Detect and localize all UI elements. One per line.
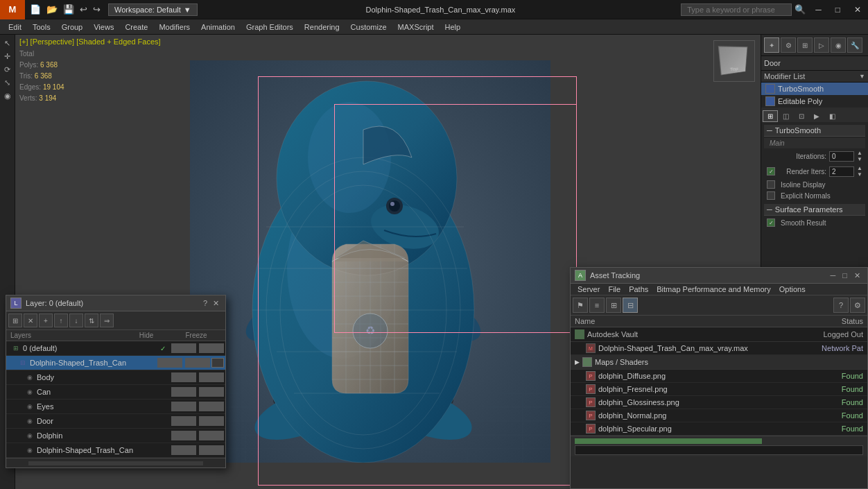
asset-group-maps[interactable]: ▶ Maps / Shaders bbox=[571, 355, 867, 370]
layer-freeze-default[interactable] bbox=[199, 343, 224, 353]
layer-tb-icon1[interactable]: ⊞ bbox=[8, 314, 22, 327]
asset-row-vault[interactable]: Autodesk Vault Logged Out bbox=[571, 327, 867, 342]
layer-row-dolphin[interactable]: ◉ Dolphin bbox=[6, 429, 225, 443]
tab-main[interactable]: ⊞ bbox=[763, 110, 778, 122]
surface-section-header[interactable]: ─ Surface Parameters bbox=[764, 204, 865, 216]
layer-row-default[interactable]: ⊞ 0 (default) ✓ bbox=[6, 341, 225, 356]
section-header-turbosmooth[interactable]: ─ TurboSmooth bbox=[764, 125, 865, 137]
layer-hide-body[interactable] bbox=[171, 372, 196, 382]
layer-hide-dolphin[interactable] bbox=[171, 431, 196, 440]
asset-panel-close[interactable]: ✕ bbox=[851, 271, 863, 281]
object-name[interactable]: Door bbox=[761, 56, 868, 71]
layer-panel-help[interactable]: ? bbox=[201, 298, 209, 309]
minimize-button[interactable]: ─ bbox=[808, 2, 828, 17]
layer-box-dolphin-trash[interactable] bbox=[211, 358, 224, 368]
layer-hide-can[interactable] bbox=[171, 387, 196, 397]
layer-row-body[interactable]: ◉ Body bbox=[6, 370, 225, 385]
layer-hide-dolphin-trash[interactable] bbox=[157, 358, 182, 368]
render-iters-spinner[interactable]: ▲▼ bbox=[857, 165, 862, 178]
layer-hide-door[interactable] bbox=[171, 416, 196, 426]
smooth-result-checkbox[interactable]: ✓ bbox=[767, 218, 775, 227]
menu-graph-editors[interactable]: Graph Editors bbox=[241, 22, 299, 33]
isoline-checkbox[interactable] bbox=[767, 180, 775, 189]
lt-scale[interactable]: ⤡ bbox=[3, 77, 12, 89]
layer-freeze-can[interactable] bbox=[199, 387, 224, 397]
iterations-input[interactable] bbox=[829, 151, 854, 162]
asset-row-specular[interactable]: P dolphin_Specular.png Found bbox=[571, 422, 867, 436]
asset-menu-paths[interactable]: Paths bbox=[625, 284, 652, 295]
menu-create[interactable]: Create bbox=[119, 22, 153, 33]
search-input[interactable] bbox=[681, 3, 792, 16]
panel-icon-create[interactable]: ✦ bbox=[764, 37, 779, 53]
tab-icon3[interactable]: ⊡ bbox=[794, 110, 809, 122]
layer-freeze-dolphin[interactable] bbox=[199, 431, 224, 440]
layer-hide-default[interactable] bbox=[171, 343, 196, 353]
modifier-editablepoly[interactable]: Editable Poly bbox=[761, 95, 868, 108]
asset-row-fresnel[interactable]: P dolphin_Fresnel.png Found bbox=[571, 383, 867, 396]
asset-panel-minimize[interactable]: ─ bbox=[828, 271, 839, 281]
menu-modifiers[interactable]: Modifiers bbox=[153, 22, 196, 33]
panel-icon-motion[interactable]: ▷ bbox=[814, 37, 829, 53]
layer-tb-icon4[interactable]: ↑ bbox=[54, 314, 68, 327]
undo-icon[interactable]: ↩ bbox=[78, 3, 89, 16]
redo-icon[interactable]: ↪ bbox=[91, 3, 103, 16]
tab-icon2[interactable]: ◫ bbox=[778, 110, 794, 122]
asset-tb-highlight[interactable]: ⚑ bbox=[573, 298, 588, 313]
menu-rendering[interactable]: Rendering bbox=[299, 22, 345, 33]
menu-tools[interactable]: Tools bbox=[27, 22, 56, 33]
layer-freeze-door[interactable] bbox=[199, 416, 224, 426]
layer-freeze-body[interactable] bbox=[199, 372, 224, 382]
asset-menu-bitmap[interactable]: Bitmap Performance and Memory bbox=[652, 284, 774, 295]
layer-freeze-dolphin-trash2[interactable] bbox=[199, 445, 224, 455]
menu-maxscript[interactable]: MAXScript bbox=[392, 22, 440, 33]
navigation-cube[interactable]: Top bbox=[713, 40, 755, 82]
asset-row-diffuse[interactable]: P dolphin_Diffuse.png Found bbox=[571, 370, 867, 383]
asset-tb-details[interactable]: ⊟ bbox=[623, 298, 638, 313]
tab-icon4[interactable]: ▶ bbox=[809, 110, 824, 122]
modifier-list-dropdown-icon[interactable]: ▼ bbox=[859, 73, 865, 80]
new-icon[interactable]: 📄 bbox=[28, 3, 43, 16]
explicit-checkbox[interactable] bbox=[767, 191, 775, 200]
layer-tb-icon3[interactable]: + bbox=[39, 314, 53, 327]
asset-panel-maximize[interactable]: □ bbox=[840, 271, 850, 281]
layer-hide-eyes[interactable] bbox=[171, 402, 196, 411]
asset-path-input[interactable] bbox=[575, 445, 863, 455]
asset-tb-grid[interactable]: ⊞ bbox=[606, 298, 621, 313]
panel-icon-modify[interactable]: ⚙ bbox=[781, 37, 796, 53]
layer-tb-icon6[interactable]: ⇅ bbox=[85, 314, 98, 327]
search-icon[interactable]: 🔍 bbox=[792, 4, 808, 15]
asset-menu-options[interactable]: Options bbox=[775, 284, 810, 295]
iterations-spinner[interactable]: ▲▼ bbox=[857, 150, 862, 162]
menu-customize[interactable]: Customize bbox=[345, 22, 392, 33]
layer-freeze-eyes[interactable] bbox=[199, 402, 224, 411]
layer-panel-close[interactable]: ✕ bbox=[211, 298, 221, 309]
panel-icon-display[interactable]: ◉ bbox=[831, 37, 846, 53]
menu-help[interactable]: Help bbox=[440, 22, 467, 33]
layer-hide-dolphin-trash2[interactable] bbox=[171, 445, 196, 455]
lt-select[interactable]: ↖ bbox=[3, 37, 12, 49]
open-icon[interactable]: 📂 bbox=[44, 3, 60, 16]
close-button[interactable]: ✕ bbox=[847, 2, 868, 17]
save-icon[interactable]: 💾 bbox=[61, 3, 76, 16]
asset-menu-server[interactable]: Server bbox=[573, 284, 604, 295]
menu-edit[interactable]: Edit bbox=[3, 22, 27, 33]
tab-icon5[interactable]: ◧ bbox=[824, 110, 840, 122]
layer-row-dolphin-trash2[interactable]: ◉ Dolphin-Shaped_Trash_Can bbox=[6, 443, 225, 458]
panel-icon-utils[interactable]: 🔧 bbox=[847, 37, 862, 53]
maximize-button[interactable]: □ bbox=[828, 2, 847, 17]
asset-row-glossiness[interactable]: P dolphin_Glossiness.png Found bbox=[571, 396, 867, 409]
asset-menu-file[interactable]: File bbox=[604, 284, 625, 295]
layer-row-dolphin-trash[interactable]: ⊟ Dolphin-Shaped_Trash_Can bbox=[6, 356, 225, 370]
menu-group[interactable]: Group bbox=[56, 22, 89, 33]
layer-tb-icon5[interactable]: ↓ bbox=[69, 314, 83, 327]
asset-tb-settings[interactable]: ⚙ bbox=[850, 298, 865, 313]
layer-row-eyes[interactable]: ◉ Eyes bbox=[6, 400, 225, 414]
asset-row-normal[interactable]: P dolphin_Normal.png Found bbox=[571, 409, 867, 422]
layer-row-door[interactable]: ◉ Door bbox=[6, 414, 225, 429]
workspace-selector[interactable]: Workspace: Default ▼ bbox=[108, 3, 198, 16]
lt-ref[interactable]: ◉ bbox=[3, 90, 12, 102]
render-iters-input[interactable] bbox=[829, 166, 854, 177]
layer-row-can[interactable]: ◉ Can bbox=[6, 385, 225, 400]
lt-move[interactable]: ✛ bbox=[3, 51, 12, 62]
asset-tb-list[interactable]: ≡ bbox=[589, 298, 605, 313]
